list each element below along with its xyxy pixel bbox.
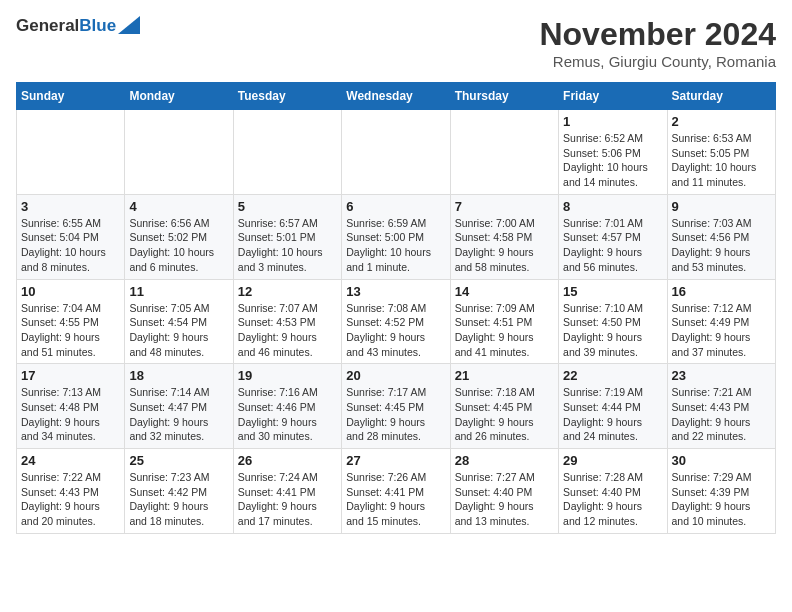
weekday-header-monday: Monday (125, 83, 233, 110)
day-info: Sunrise: 7:19 AM Sunset: 4:44 PM Dayligh… (563, 385, 662, 444)
calendar-cell: 15Sunrise: 7:10 AM Sunset: 4:50 PM Dayli… (559, 279, 667, 364)
calendar-cell: 14Sunrise: 7:09 AM Sunset: 4:51 PM Dayli… (450, 279, 558, 364)
day-number: 16 (672, 284, 771, 299)
month-title: November 2024 (539, 16, 776, 53)
day-number: 2 (672, 114, 771, 129)
calendar-cell: 16Sunrise: 7:12 AM Sunset: 4:49 PM Dayli… (667, 279, 775, 364)
calendar-cell: 28Sunrise: 7:27 AM Sunset: 4:40 PM Dayli… (450, 449, 558, 534)
calendar-cell (17, 110, 125, 195)
day-info: Sunrise: 6:53 AM Sunset: 5:05 PM Dayligh… (672, 131, 771, 190)
calendar-cell: 26Sunrise: 7:24 AM Sunset: 4:41 PM Dayli… (233, 449, 341, 534)
calendar-cell: 2Sunrise: 6:53 AM Sunset: 5:05 PM Daylig… (667, 110, 775, 195)
day-number: 10 (21, 284, 120, 299)
day-number: 28 (455, 453, 554, 468)
calendar-cell: 22Sunrise: 7:19 AM Sunset: 4:44 PM Dayli… (559, 364, 667, 449)
day-info: Sunrise: 7:28 AM Sunset: 4:40 PM Dayligh… (563, 470, 662, 529)
day-number: 3 (21, 199, 120, 214)
calendar-cell: 23Sunrise: 7:21 AM Sunset: 4:43 PM Dayli… (667, 364, 775, 449)
calendar-cell: 6Sunrise: 6:59 AM Sunset: 5:00 PM Daylig… (342, 194, 450, 279)
calendar-cell: 21Sunrise: 7:18 AM Sunset: 4:45 PM Dayli… (450, 364, 558, 449)
day-info: Sunrise: 7:03 AM Sunset: 4:56 PM Dayligh… (672, 216, 771, 275)
day-info: Sunrise: 7:08 AM Sunset: 4:52 PM Dayligh… (346, 301, 445, 360)
calendar-week-5: 24Sunrise: 7:22 AM Sunset: 4:43 PM Dayli… (17, 449, 776, 534)
day-number: 5 (238, 199, 337, 214)
calendar-cell: 11Sunrise: 7:05 AM Sunset: 4:54 PM Dayli… (125, 279, 233, 364)
day-number: 11 (129, 284, 228, 299)
weekday-header-saturday: Saturday (667, 83, 775, 110)
day-number: 12 (238, 284, 337, 299)
day-number: 30 (672, 453, 771, 468)
calendar-cell (342, 110, 450, 195)
day-number: 1 (563, 114, 662, 129)
calendar-cell: 19Sunrise: 7:16 AM Sunset: 4:46 PM Dayli… (233, 364, 341, 449)
day-number: 26 (238, 453, 337, 468)
calendar-cell: 4Sunrise: 6:56 AM Sunset: 5:02 PM Daylig… (125, 194, 233, 279)
day-number: 6 (346, 199, 445, 214)
day-number: 15 (563, 284, 662, 299)
day-number: 19 (238, 368, 337, 383)
calendar-table: SundayMondayTuesdayWednesdayThursdayFrid… (16, 82, 776, 534)
calendar-cell: 10Sunrise: 7:04 AM Sunset: 4:55 PM Dayli… (17, 279, 125, 364)
day-number: 7 (455, 199, 554, 214)
day-info: Sunrise: 7:29 AM Sunset: 4:39 PM Dayligh… (672, 470, 771, 529)
day-number: 4 (129, 199, 228, 214)
day-info: Sunrise: 7:22 AM Sunset: 4:43 PM Dayligh… (21, 470, 120, 529)
day-number: 13 (346, 284, 445, 299)
logo-icon (118, 16, 140, 34)
day-info: Sunrise: 7:24 AM Sunset: 4:41 PM Dayligh… (238, 470, 337, 529)
day-info: Sunrise: 7:21 AM Sunset: 4:43 PM Dayligh… (672, 385, 771, 444)
day-info: Sunrise: 7:27 AM Sunset: 4:40 PM Dayligh… (455, 470, 554, 529)
svg-marker-0 (118, 16, 140, 34)
day-number: 9 (672, 199, 771, 214)
day-info: Sunrise: 6:56 AM Sunset: 5:02 PM Dayligh… (129, 216, 228, 275)
day-info: Sunrise: 7:07 AM Sunset: 4:53 PM Dayligh… (238, 301, 337, 360)
day-info: Sunrise: 7:09 AM Sunset: 4:51 PM Dayligh… (455, 301, 554, 360)
day-number: 21 (455, 368, 554, 383)
day-info: Sunrise: 7:04 AM Sunset: 4:55 PM Dayligh… (21, 301, 120, 360)
day-number: 25 (129, 453, 228, 468)
title-block: November 2024 Remus, Giurgiu County, Rom… (539, 16, 776, 70)
day-info: Sunrise: 7:26 AM Sunset: 4:41 PM Dayligh… (346, 470, 445, 529)
day-info: Sunrise: 6:57 AM Sunset: 5:01 PM Dayligh… (238, 216, 337, 275)
day-info: Sunrise: 7:12 AM Sunset: 4:49 PM Dayligh… (672, 301, 771, 360)
day-info: Sunrise: 7:00 AM Sunset: 4:58 PM Dayligh… (455, 216, 554, 275)
day-number: 17 (21, 368, 120, 383)
calendar-cell: 3Sunrise: 6:55 AM Sunset: 5:04 PM Daylig… (17, 194, 125, 279)
calendar-cell: 20Sunrise: 7:17 AM Sunset: 4:45 PM Dayli… (342, 364, 450, 449)
calendar-cell: 25Sunrise: 7:23 AM Sunset: 4:42 PM Dayli… (125, 449, 233, 534)
day-info: Sunrise: 7:05 AM Sunset: 4:54 PM Dayligh… (129, 301, 228, 360)
day-info: Sunrise: 6:52 AM Sunset: 5:06 PM Dayligh… (563, 131, 662, 190)
calendar-week-3: 10Sunrise: 7:04 AM Sunset: 4:55 PM Dayli… (17, 279, 776, 364)
day-info: Sunrise: 7:17 AM Sunset: 4:45 PM Dayligh… (346, 385, 445, 444)
calendar-header: SundayMondayTuesdayWednesdayThursdayFrid… (17, 83, 776, 110)
calendar-body: 1Sunrise: 6:52 AM Sunset: 5:06 PM Daylig… (17, 110, 776, 534)
calendar-cell: 9Sunrise: 7:03 AM Sunset: 4:56 PM Daylig… (667, 194, 775, 279)
day-number: 8 (563, 199, 662, 214)
calendar-cell: 24Sunrise: 7:22 AM Sunset: 4:43 PM Dayli… (17, 449, 125, 534)
location-subtitle: Remus, Giurgiu County, Romania (539, 53, 776, 70)
day-number: 18 (129, 368, 228, 383)
day-info: Sunrise: 7:14 AM Sunset: 4:47 PM Dayligh… (129, 385, 228, 444)
day-number: 24 (21, 453, 120, 468)
calendar-cell: 7Sunrise: 7:00 AM Sunset: 4:58 PM Daylig… (450, 194, 558, 279)
page-header: GeneralBlue November 2024 Remus, Giurgiu… (16, 16, 776, 70)
calendar-cell: 17Sunrise: 7:13 AM Sunset: 4:48 PM Dayli… (17, 364, 125, 449)
calendar-week-4: 17Sunrise: 7:13 AM Sunset: 4:48 PM Dayli… (17, 364, 776, 449)
weekday-header-friday: Friday (559, 83, 667, 110)
calendar-cell: 29Sunrise: 7:28 AM Sunset: 4:40 PM Dayli… (559, 449, 667, 534)
day-info: Sunrise: 7:01 AM Sunset: 4:57 PM Dayligh… (563, 216, 662, 275)
day-info: Sunrise: 7:10 AM Sunset: 4:50 PM Dayligh… (563, 301, 662, 360)
calendar-cell: 13Sunrise: 7:08 AM Sunset: 4:52 PM Dayli… (342, 279, 450, 364)
calendar-cell (125, 110, 233, 195)
calendar-cell: 18Sunrise: 7:14 AM Sunset: 4:47 PM Dayli… (125, 364, 233, 449)
day-number: 29 (563, 453, 662, 468)
day-info: Sunrise: 7:13 AM Sunset: 4:48 PM Dayligh… (21, 385, 120, 444)
day-number: 14 (455, 284, 554, 299)
day-info: Sunrise: 7:16 AM Sunset: 4:46 PM Dayligh… (238, 385, 337, 444)
calendar-cell (450, 110, 558, 195)
weekday-header-sunday: Sunday (17, 83, 125, 110)
weekday-header-thursday: Thursday (450, 83, 558, 110)
calendar-cell: 30Sunrise: 7:29 AM Sunset: 4:39 PM Dayli… (667, 449, 775, 534)
calendar-cell: 5Sunrise: 6:57 AM Sunset: 5:01 PM Daylig… (233, 194, 341, 279)
day-info: Sunrise: 6:55 AM Sunset: 5:04 PM Dayligh… (21, 216, 120, 275)
